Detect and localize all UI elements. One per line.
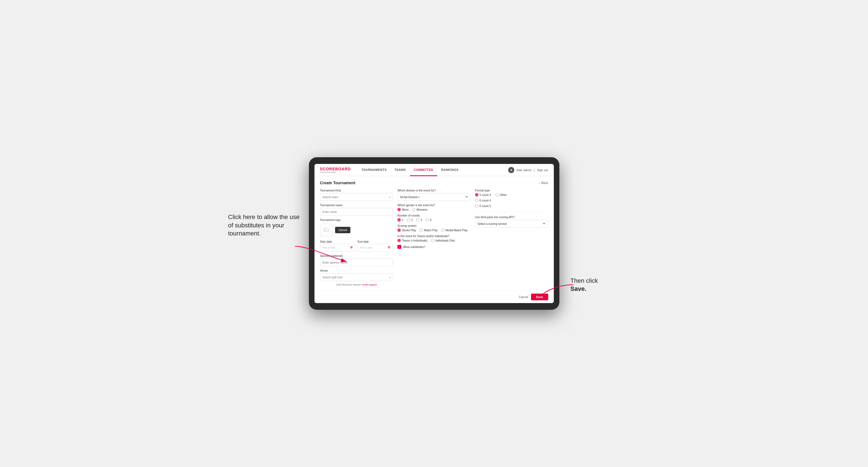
venue-group: Venue ▾ Can't find your venue? email sup… <box>320 269 393 286</box>
rounds-radio-group: 1 2 3 <box>397 218 471 221</box>
scoring-match-radio[interactable] <box>420 228 423 232</box>
nav-logo: SCOREBOARD Powered by clippd <box>320 167 351 173</box>
start-date-text: Pick a date <box>322 246 349 249</box>
end-date-input[interactable]: Pick a date 📅 <box>358 244 393 252</box>
nav-separator: | <box>534 168 535 172</box>
nav-sign-out[interactable]: Sign out <box>537 168 548 172</box>
rounds-1-radio[interactable] <box>397 218 401 221</box>
tournament-host-group: Tournament Host ▾ <box>320 189 393 201</box>
gender-womens[interactable]: Womens <box>412 208 428 211</box>
sponsor-group: Sponsor (optional) <box>320 254 393 266</box>
scoring-group: Scoring system Stroke Play Match Play <box>397 224 471 232</box>
format-6count4-radio[interactable] <box>475 199 478 202</box>
rounds-3-radio[interactable] <box>416 218 420 221</box>
scoring-medal-match[interactable]: Medal Match Play <box>441 228 468 232</box>
teams-individuals-label: Is this event for Teams and/or Individua… <box>397 235 471 238</box>
end-date-text: Pick a date <box>360 246 386 249</box>
format-6count4[interactable]: 6 count 4 <box>475 199 548 202</box>
gender-mens[interactable]: Mens <box>397 208 408 211</box>
format-other[interactable]: Other <box>495 193 507 196</box>
division-select-wrapper: NCAA Division I <box>397 193 471 201</box>
format-5count4-label: 5 count 4 <box>479 193 491 196</box>
nav-item-committee[interactable]: COMMITTEE <box>410 164 437 176</box>
save-button[interactable]: Save <box>531 293 548 300</box>
format-options: 5 count 4 Other 6 count 4 <box>475 193 548 208</box>
scoring-stroke[interactable]: Stroke Play <box>397 228 416 232</box>
format-group: Format type 5 count 4 Other <box>475 189 548 208</box>
nav-item-rankings[interactable]: RANKINGS <box>437 164 463 176</box>
format-5count4[interactable]: 5 count 4 <box>475 193 491 196</box>
start-date-input[interactable]: Pick a date 📅 <box>320 244 355 252</box>
format-6count5-radio[interactable] <box>475 204 478 208</box>
gender-group: Which gender is the event for? Mens Wome… <box>397 204 471 211</box>
calendar-icon-end: 📅 <box>388 246 391 249</box>
scoring-api-select[interactable]: Select a scoring service <box>475 220 548 228</box>
format-other-radio[interactable] <box>495 193 499 196</box>
back-button[interactable]: ‹ Back <box>539 181 548 185</box>
tournament-name-group: Tournament name <box>320 204 393 216</box>
navigation: SCOREBOARD Powered by clippd TOURNAMENTS… <box>314 164 554 176</box>
venue-email-link[interactable]: email support <box>362 283 377 286</box>
gender-womens-label: Womens <box>416 208 428 211</box>
division-label: Which division is the event for? <box>397 189 471 192</box>
page-header: Create Tournament ‹ Back <box>320 181 548 185</box>
nav-avatar: B <box>508 167 514 173</box>
page-title: Create Tournament <box>320 181 355 185</box>
rounds-1[interactable]: 1 <box>397 218 404 221</box>
form-columns: Tournament Host ▾ Tournament name Tourna <box>320 189 548 286</box>
tournament-name-input[interactable] <box>320 208 393 216</box>
form-col-1: Tournament Host ▾ Tournament name Tourna <box>320 189 393 286</box>
rounds-3[interactable]: 3 <box>416 218 422 221</box>
sponsor-label: Sponsor (optional) <box>320 254 393 257</box>
upload-button[interactable]: Upload <box>335 227 351 233</box>
nav-logo-sub: Powered by clippd <box>320 171 351 173</box>
substitutes-checkbox-item[interactable]: Allow substitutes? <box>397 245 471 249</box>
scoring-radio-group: Stroke Play Match Play Medal Match Play <box>397 228 471 232</box>
teams-individuals-group: Is this event for Teams and/or Individua… <box>397 235 471 242</box>
rounds-2[interactable]: 2 <box>407 218 413 221</box>
division-select[interactable]: NCAA Division I <box>397 193 471 201</box>
rounds-4-radio[interactable] <box>426 218 429 221</box>
format-6count5[interactable]: 6 count 5 <box>475 204 548 208</box>
individuals-label: Individuals Only <box>435 239 455 242</box>
substitutes-checkbox[interactable] <box>397 245 401 249</box>
annotation-right: Then click Save. <box>570 277 626 293</box>
scoring-stroke-label: Stroke Play <box>402 229 416 232</box>
nav-item-tournaments[interactable]: TOURNAMENTS <box>358 164 391 176</box>
teams-plus-individuals[interactable]: Teams (+Individuals) <box>397 239 428 242</box>
sponsor-input[interactable] <box>320 258 393 266</box>
scoring-medal-match-radio[interactable] <box>441 228 444 232</box>
scoring-match[interactable]: Match Play <box>420 228 437 232</box>
format-5count4-radio[interactable] <box>475 193 478 196</box>
individuals-only[interactable]: Individuals Only <box>431 239 455 242</box>
form-col-2: Which division is the event for? NCAA Di… <box>397 189 471 249</box>
annotation-left: Click here to allow the use of substitut… <box>228 213 301 238</box>
back-chevron: ‹ <box>539 181 540 185</box>
rounds-label: Number of rounds <box>397 214 471 217</box>
gender-mens-label: Mens <box>402 208 408 211</box>
page-content: Create Tournament ‹ Back Tournament Host <box>314 176 554 290</box>
logo-placeholder <box>320 224 332 236</box>
substitutes-label: Allow substitutes? <box>403 246 425 249</box>
gender-mens-radio[interactable] <box>397 208 401 211</box>
venue-label: Venue <box>320 269 393 272</box>
scoring-stroke-radio[interactable] <box>397 228 401 232</box>
rounds-2-radio[interactable] <box>407 218 410 221</box>
substitutes-group: Allow substitutes? <box>397 245 471 249</box>
cancel-button[interactable]: Cancel <box>519 295 528 299</box>
nav-item-teams[interactable]: TEAMS <box>391 164 410 176</box>
individuals-radio[interactable] <box>431 239 434 242</box>
gender-womens-radio[interactable] <box>412 208 415 211</box>
tablet-screen: SCOREBOARD Powered by clippd TOURNAMENTS… <box>314 164 554 303</box>
tournament-host-input[interactable] <box>320 193 393 201</box>
rounds-4[interactable]: 4 <box>426 218 432 221</box>
teams-label: Teams (+Individuals) <box>402 239 428 242</box>
rounds-2-label: 2 <box>411 218 413 221</box>
venue-input[interactable] <box>320 273 393 281</box>
tournament-host-label: Tournament Host <box>320 189 393 192</box>
venue-help-text: Can't find your venue? email support <box>320 283 393 286</box>
date-row: Start date Pick a date 📅 End date <box>320 239 393 252</box>
dates-group: Start date Pick a date 📅 End date <box>320 239 393 252</box>
tournament-logo-group: Tournament logo Upload <box>320 218 393 236</box>
teams-radio[interactable] <box>397 239 401 242</box>
